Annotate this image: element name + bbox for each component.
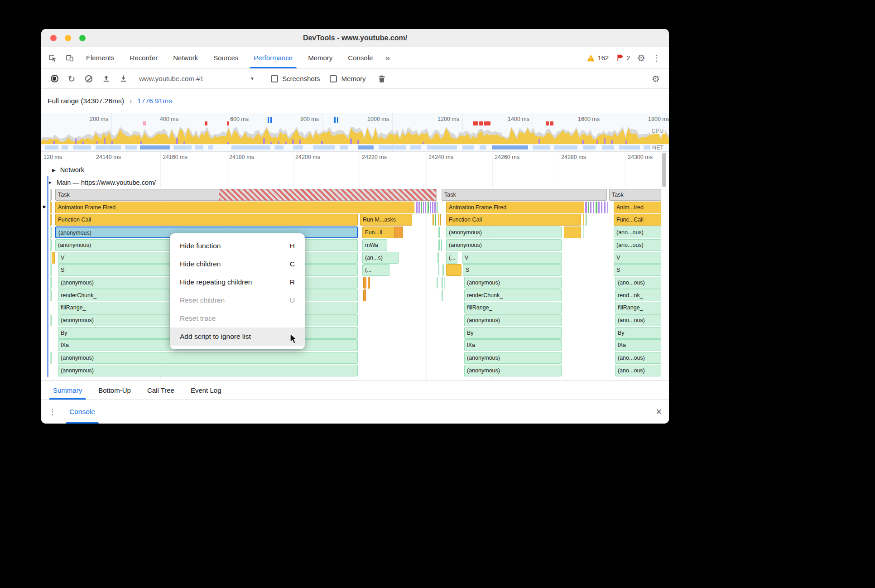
flame-bar[interactable]: Function Call (446, 214, 581, 226)
flame-bar[interactable]: (ano...ous) (615, 277, 661, 289)
tab-performance[interactable]: Performance (246, 47, 300, 68)
flame-sliver[interactable] (437, 202, 438, 213)
flame-bar[interactable]: rend...nk_ (615, 289, 661, 301)
context-menu-item-hide-function[interactable]: Hide functionH (170, 237, 305, 255)
inspect-element-icon[interactable] (44, 47, 61, 68)
screenshots-checkbox[interactable]: Screenshots (271, 75, 320, 82)
overview-range-handle-left[interactable] (268, 117, 272, 123)
flame-bar[interactable]: (anonymous) (58, 352, 358, 364)
flame-bar[interactable]: lXa (615, 339, 661, 351)
flame-sliver[interactable] (416, 202, 418, 213)
flame-sliver[interactable] (438, 252, 439, 264)
flame-bar[interactable]: By (464, 327, 562, 339)
tab-network[interactable]: Network (165, 47, 206, 68)
clear-recording-icon[interactable] (81, 72, 96, 86)
device-toolbar-icon[interactable] (61, 47, 78, 68)
tab-sources[interactable]: Sources (206, 47, 246, 68)
flame-sliver[interactable] (421, 202, 422, 213)
flame-bar[interactable]: (... (362, 264, 389, 276)
flame-sliver[interactable] (583, 227, 584, 238)
memory-checkbox[interactable]: Memory (330, 75, 365, 82)
flame-bar[interactable]: renderChunk_ (464, 289, 562, 301)
flame-sliver[interactable] (441, 239, 442, 251)
flame-sliver[interactable] (440, 214, 441, 226)
tab-memory[interactable]: Memory (300, 47, 340, 68)
flame-sliver[interactable] (442, 289, 443, 301)
flame-sliver[interactable] (433, 214, 434, 226)
flame-bar[interactable]: (anonymous) (464, 365, 562, 376)
timeline-overview[interactable]: 200 ms400 ms600 ms800 ms1000 ms1200 ms14… (41, 113, 669, 152)
flame-bar[interactable]: S (463, 264, 562, 276)
context-menu-item-add-script-to-ignore-list[interactable]: Add script to ignore list (170, 328, 305, 346)
flame-bar[interactable]: (an...s) (362, 252, 399, 264)
flame-sliver[interactable] (588, 202, 589, 213)
upload-profile-icon[interactable] (98, 72, 114, 86)
flame-bar[interactable]: Run M...asks (360, 214, 412, 226)
flame-bar[interactable]: (ano...ous) (615, 314, 661, 326)
flame-sliver[interactable] (434, 202, 436, 213)
flame-bar[interactable]: (anonymous) (464, 277, 562, 289)
flame-bar[interactable]: Anim...ired (614, 202, 661, 213)
flame-sliver[interactable] (50, 227, 52, 238)
flame-bar[interactable]: By (615, 327, 661, 339)
flame-sliver[interactable] (425, 202, 426, 213)
download-profile-icon[interactable] (115, 72, 131, 86)
flame-sliver[interactable] (423, 202, 424, 213)
flame-sliver[interactable] (368, 277, 370, 289)
record-button[interactable] (47, 72, 62, 86)
flame-bar[interactable]: Func...Call (614, 214, 661, 226)
drawer-tab-console[interactable]: Console (66, 400, 99, 424)
flame-bar[interactable]: (ano...ous) (615, 352, 661, 364)
tab-recorder[interactable]: Recorder (122, 47, 166, 68)
flame-sliver[interactable] (564, 227, 581, 238)
flame-sliver[interactable] (50, 189, 52, 201)
flame-sliver[interactable] (50, 252, 51, 264)
flame-bar[interactable]: Function Call (55, 214, 358, 226)
tab-elements[interactable]: Elements (78, 47, 122, 68)
flame-bar[interactable]: lXa (464, 339, 562, 351)
tab-summary[interactable]: Summary (47, 381, 88, 400)
flame-bar[interactable]: fillRange_ (615, 302, 661, 313)
tab-call-tree[interactable]: Call Tree (141, 381, 180, 400)
flame-sliver[interactable] (52, 252, 55, 264)
track-network[interactable]: ▶ Network (41, 164, 669, 176)
history-select[interactable]: www.youtube.com #1 ▼ (139, 75, 255, 82)
flame-sliver[interactable] (438, 239, 440, 251)
flame-sliver[interactable] (50, 264, 52, 276)
flame-sliver[interactable] (607, 202, 608, 213)
flame-sliver[interactable] (593, 202, 594, 213)
flame-sliver[interactable] (601, 202, 602, 213)
warnings-badge[interactable]: 162 (587, 54, 609, 62)
flame-bar[interactable]: (anonymous) (446, 227, 562, 238)
flame-sliver[interactable] (430, 202, 431, 213)
flame-sliver[interactable] (586, 214, 587, 226)
flame-bar[interactable]: (ano...ous) (614, 239, 661, 251)
flame-bar[interactable]: mWa (362, 239, 387, 251)
flame-bar[interactable]: (anonymous) (446, 239, 562, 251)
flame-sliver[interactable] (583, 214, 584, 226)
flame-bar[interactable]: fillRange_ (464, 302, 562, 313)
overview-range-handle-right[interactable] (334, 117, 338, 123)
flame-bar[interactable]: (... (446, 252, 457, 264)
flame-sliver[interactable] (598, 202, 600, 213)
selected-range-label[interactable]: 1776.91ms (137, 97, 172, 105)
flame-bar[interactable]: (ano...ous) (615, 365, 661, 376)
flame-sliver[interactable] (604, 202, 606, 213)
flame-sliver[interactable] (50, 239, 52, 251)
flame-sliver[interactable] (585, 202, 587, 213)
more-options-icon[interactable]: ⋮ (653, 53, 661, 63)
flame-bar[interactable]: (anonymous) (464, 352, 562, 364)
flame-bar[interactable]: (ano...ous) (614, 227, 661, 238)
flame-sliver[interactable] (596, 202, 597, 213)
flame-sliver[interactable] (50, 314, 52, 326)
garbage-collect-icon[interactable] (374, 72, 389, 86)
flame-sliver[interactable] (442, 277, 443, 289)
flame-bar[interactable]: Task (609, 189, 661, 201)
window-minimize-button[interactable] (65, 35, 71, 41)
flame-bar[interactable]: Task (442, 189, 607, 201)
flame-sliver[interactable] (418, 202, 420, 213)
flame-bar[interactable]: V (614, 252, 661, 264)
flame-sliver[interactable] (590, 202, 591, 213)
flame-sliver[interactable] (437, 277, 438, 289)
checkbox-box[interactable] (271, 75, 278, 82)
